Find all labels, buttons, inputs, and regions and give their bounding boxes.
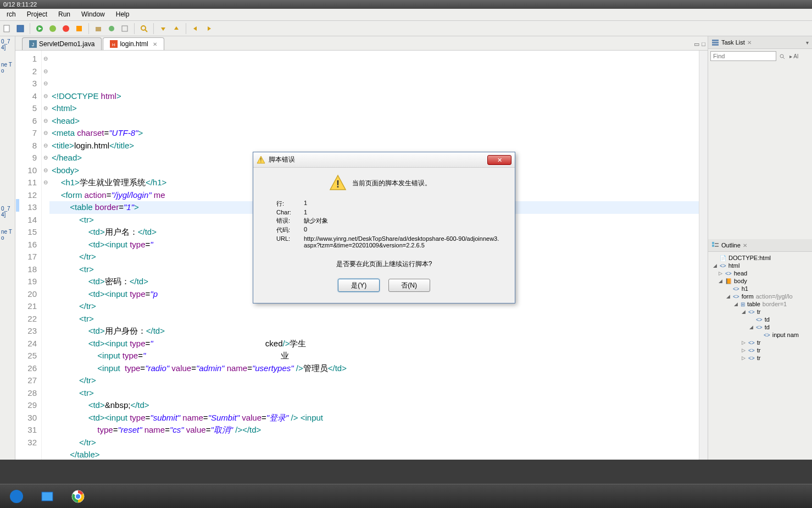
chrome-button[interactable] — [65, 487, 91, 506]
close-icon[interactable]: ✕ — [153, 41, 157, 47]
debug-button[interactable] — [48, 24, 58, 34]
start-button[interactable] — [3, 487, 30, 506]
outline-item[interactable]: <> h1 — [710, 285, 810, 292]
outline-item[interactable]: ▷<> tr — [710, 346, 810, 354]
svg-rect-25 — [712, 242, 714, 244]
outline-item[interactable]: ▷<> head — [710, 269, 810, 277]
forward-button[interactable] — [204, 24, 214, 34]
outline-item[interactable]: ▷<> tr — [710, 339, 810, 346]
outline-item[interactable]: <> input nam — [710, 331, 810, 339]
main-area: 0_74] ne To 0_74] ne To J ServletDemo1.j… — [0, 36, 812, 460]
editor-area: J ServletDemo1.java H login.html ✕ ▭ □ 1… — [15, 36, 708, 460]
svg-rect-0 — [4, 25, 9, 32]
tab-label: login.html — [120, 40, 148, 48]
menu-search[interactable]: rch — [1, 9, 21, 20]
svg-text:H: H — [113, 42, 116, 47]
outline-label: Outline — [721, 242, 741, 249]
all-link[interactable]: ▸ Al — [789, 53, 798, 59]
search-button[interactable] — [139, 24, 149, 34]
outline-item[interactable]: ◢<> form action=/jygl/lo — [710, 292, 810, 300]
outline-header[interactable]: Outline ✕ — [708, 239, 812, 252]
svg-rect-28 — [715, 246, 719, 247]
view-menu-icon[interactable]: ▾ — [806, 40, 809, 46]
maximize-icon[interactable]: □ — [702, 41, 705, 48]
svg-rect-22 — [712, 44, 719, 46]
tab-servletdemo[interactable]: J ServletDemo1.java — [22, 37, 102, 50]
outline-item[interactable]: ▷<> tr — [710, 354, 810, 362]
menu-run[interactable]: Run — [53, 9, 76, 20]
prev-annotation-button[interactable] — [171, 24, 181, 34]
sidebar-label-1: 0_74] — [1, 38, 14, 51]
java-file-icon: J — [29, 40, 37, 48]
taskbar[interactable] — [0, 484, 812, 508]
menu-help[interactable]: Help — [110, 9, 135, 20]
svg-rect-26 — [712, 245, 714, 247]
divider — [134, 23, 135, 34]
outline-icon — [711, 241, 719, 249]
run-button[interactable] — [35, 24, 45, 34]
outline-tree[interactable]: 📄 DOCTYPE:html◢<> html▷<> head◢📙 body<> … — [708, 252, 812, 364]
run-ext-button[interactable] — [61, 24, 71, 34]
titlebar: 0/12 8:11:22 — [0, 0, 812, 9]
code-editor[interactable]: 1234567891011121314151617181920212223242… — [15, 51, 708, 460]
svg-marker-13 — [174, 26, 179, 30]
editor-tabs: J ServletDemo1.java H login.html ✕ ▭ □ — [15, 36, 708, 51]
outline-item[interactable]: 📄 DOCTYPE:html — [710, 254, 810, 262]
next-annotation-button[interactable] — [158, 24, 168, 34]
menubar: rch Project Run Window Help — [0, 9, 812, 21]
explorer-button[interactable] — [34, 487, 60, 506]
left-sidebar: 0_74] ne To 0_74] ne To — [0, 36, 15, 460]
tasklist-header[interactable]: Task List ✕ ▾ — [708, 36, 812, 49]
open-type-button[interactable] — [120, 24, 130, 34]
close-icon[interactable]: ✕ — [747, 40, 752, 46]
svg-rect-20 — [712, 40, 719, 41]
save-button[interactable] — [15, 24, 25, 34]
svg-marker-14 — [193, 26, 197, 31]
coverage-button[interactable] — [74, 24, 84, 34]
svg-rect-9 — [122, 26, 127, 31]
tab-label: ServletDemo1.java — [39, 40, 94, 48]
code-content[interactable]: <!DOCTYPE html><html><head><meta charset… — [49, 51, 699, 460]
outline-item[interactable]: ◢<> html — [710, 262, 810, 269]
outline-item[interactable]: ◢<> td — [710, 323, 810, 331]
new-class-button[interactable] — [107, 24, 116, 34]
back-button[interactable] — [191, 24, 201, 34]
new-package-button[interactable] — [93, 24, 103, 34]
menu-project[interactable]: Project — [21, 9, 53, 20]
svg-point-4 — [49, 25, 56, 32]
line-numbers: 1234567891011121314151617181920212223242… — [20, 51, 42, 460]
svg-point-5 — [63, 25, 69, 32]
divider — [88, 23, 89, 34]
svg-marker-12 — [161, 27, 165, 31]
svg-rect-6 — [76, 26, 82, 31]
sidebar-label-4: ne To — [1, 229, 14, 241]
close-icon[interactable]: ✕ — [743, 242, 747, 249]
sidebar-label-2: ne To — [1, 62, 14, 74]
outline-item[interactable]: ◢⊞ table border=1 — [710, 300, 810, 308]
svg-point-8 — [109, 26, 114, 31]
search-icon[interactable] — [779, 53, 786, 60]
sidebar-label-3: 0_74] — [1, 206, 14, 218]
divider — [153, 23, 154, 34]
new-button[interactable] — [2, 24, 12, 34]
svg-rect-1 — [17, 25, 24, 32]
svg-rect-7 — [96, 27, 101, 31]
scrollbar[interactable] — [699, 51, 708, 460]
svg-line-11 — [145, 30, 147, 32]
tab-login[interactable]: H login.html ✕ — [103, 37, 164, 50]
svg-point-38 — [75, 494, 81, 499]
find-input[interactable] — [710, 51, 776, 61]
fold-column[interactable]: ⊖⊖⊖⊖⊖⊖⊖⊖⊖⊖⊖ — [42, 51, 49, 460]
html-file-icon: H — [110, 40, 118, 48]
outline-item[interactable]: <> td — [710, 316, 810, 323]
svg-marker-15 — [208, 26, 211, 31]
svg-rect-27 — [715, 243, 719, 244]
svg-point-10 — [141, 26, 146, 30]
outline-item[interactable]: ◢📙 body — [710, 277, 810, 285]
minimize-icon[interactable]: ▭ — [694, 41, 699, 48]
marker-bar — [15, 51, 20, 460]
svg-text:J: J — [32, 42, 35, 47]
divider — [186, 23, 186, 34]
menu-window[interactable]: Window — [76, 9, 110, 20]
outline-item[interactable]: ◢<> tr — [710, 308, 810, 316]
